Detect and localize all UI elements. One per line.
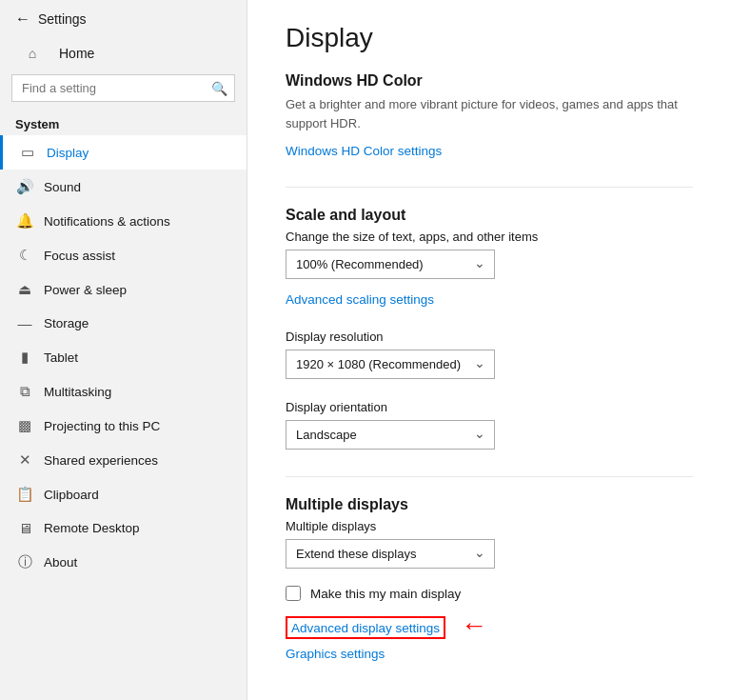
system-section-label: System [0, 108, 247, 135]
red-arrow-icon: ← [461, 612, 487, 639]
sidebar-item-notifications[interactable]: 🔔 Notifications & actions [0, 204, 247, 238]
resolution-select[interactable]: 1920 × 1080 (Recommended) 1280 × 720 102… [286, 350, 495, 379]
sidebar-item-projecting[interactable]: ▩ Projecting to this PC [0, 409, 247, 443]
notifications-icon: 🔔 [15, 212, 34, 230]
hd-color-link[interactable]: Windows HD Color settings [286, 144, 442, 158]
about-icon: ⓘ [15, 553, 34, 571]
main-display-checkbox-row: Make this my main display [286, 586, 693, 601]
change-size-label: Change the size of text, apps, and other… [286, 230, 693, 244]
sound-icon: 🔊 [15, 178, 34, 195]
clipboard-icon: 📋 [15, 486, 34, 503]
hd-color-desc: Get a brighter and more vibrant picture … [286, 95, 693, 132]
sidebar-header: ← Settings [0, 0, 247, 38]
scale-select-container: 100% (Recommended) 125% 150% 175% [286, 250, 495, 279]
divider-2 [286, 476, 693, 477]
search-input[interactable] [11, 74, 235, 102]
scale-layout-heading: Scale and layout [286, 207, 693, 224]
sidebar-item-label: Power & sleep [44, 283, 127, 297]
orientation-select[interactable]: Landscape Portrait Landscape (flipped) P… [286, 420, 495, 450]
sidebar-item-label: Sound [44, 180, 81, 194]
sidebar-item-focus[interactable]: ☾ Focus assist [0, 238, 247, 272]
sidebar-item-label: Display [47, 146, 89, 160]
sidebar-item-tablet[interactable]: ▮ Tablet [0, 340, 247, 374]
multiple-displays-label: Multiple displays [286, 519, 693, 533]
home-icon: ⌂ [23, 46, 42, 61]
multitasking-icon: ⧉ [15, 383, 34, 400]
storage-icon: ― [15, 315, 34, 331]
multiple-displays-select-container: Extend these displays Duplicate these di… [286, 539, 495, 569]
sidebar-item-label: Remote Desktop [44, 521, 140, 535]
advanced-display-link[interactable]: Advanced display settings [291, 621, 440, 635]
sidebar-item-shared[interactable]: ✕ Shared experiences [0, 443, 247, 477]
display-icon: ▭ [18, 144, 37, 161]
sidebar-item-multitasking[interactable]: ⧉ Multitasking [0, 374, 247, 409]
sidebar-item-label: About [44, 555, 77, 570]
tablet-icon: ▮ [15, 349, 34, 366]
sidebar: ← Settings ⌂ Home 🔍 System ▭ Display 🔊 S… [0, 0, 247, 700]
back-button[interactable]: ← [15, 10, 30, 28]
sidebar-item-label: Focus assist [44, 249, 115, 263]
sidebar-item-label: Projecting to this PC [44, 419, 160, 433]
advanced-scaling-link[interactable]: Advanced scaling settings [286, 292, 434, 307]
sidebar-item-about[interactable]: ⓘ About [0, 545, 247, 580]
search-icon: 🔍 [211, 81, 227, 96]
hd-color-heading: Windows HD Color [286, 72, 693, 90]
resolution-label: Display resolution [286, 330, 693, 344]
sidebar-item-storage[interactable]: ― Storage [0, 307, 247, 340]
sidebar-item-label: Clipboard [44, 488, 99, 502]
remote-icon: 🖥 [15, 520, 34, 536]
graphics-link[interactable]: Graphics settings [286, 647, 385, 661]
sidebar-item-label: Notifications & actions [44, 214, 170, 229]
advanced-display-link-box: Advanced display settings [286, 616, 445, 639]
sidebar-header-title: Settings [38, 11, 87, 27]
sidebar-item-display[interactable]: ▭ Display [0, 135, 247, 170]
main-content: Display Windows HD Color Get a brighter … [247, 0, 731, 700]
sidebar-item-label: Shared experiences [44, 453, 158, 468]
multiple-displays-heading: Multiple displays [286, 496, 693, 513]
focus-icon: ☾ [15, 247, 34, 264]
main-display-checkbox-label[interactable]: Make this my main display [310, 587, 461, 601]
advanced-display-row: Advanced display settings ← [286, 612, 693, 639]
projecting-icon: ▩ [15, 417, 34, 434]
divider-1 [286, 187, 693, 188]
page-title: Display [286, 23, 693, 53]
orientation-select-container: Landscape Portrait Landscape (flipped) P… [286, 420, 495, 450]
sidebar-item-label: Tablet [44, 350, 78, 365]
shared-icon: ✕ [15, 451, 34, 469]
resolution-select-container: 1920 × 1080 (Recommended) 1280 × 720 102… [286, 350, 495, 379]
sidebar-item-home[interactable]: ⌂ Home [0, 38, 247, 69]
scale-select[interactable]: 100% (Recommended) 125% 150% 175% [286, 250, 495, 279]
sidebar-item-remote[interactable]: 🖥 Remote Desktop [0, 511, 247, 545]
sidebar-item-label: Multitasking [44, 385, 111, 399]
search-box: 🔍 [11, 74, 235, 102]
sidebar-item-power[interactable]: ⏏ Power & sleep [0, 272, 247, 307]
orientation-label: Display orientation [286, 400, 693, 414]
multiple-displays-select[interactable]: Extend these displays Duplicate these di… [286, 539, 495, 569]
home-label: Home [59, 46, 94, 61]
sidebar-item-label: Storage [44, 316, 89, 330]
sidebar-item-sound[interactable]: 🔊 Sound [0, 170, 247, 204]
sidebar-item-clipboard[interactable]: 📋 Clipboard [0, 477, 247, 511]
main-display-checkbox[interactable] [286, 586, 301, 601]
power-icon: ⏏ [15, 281, 34, 298]
